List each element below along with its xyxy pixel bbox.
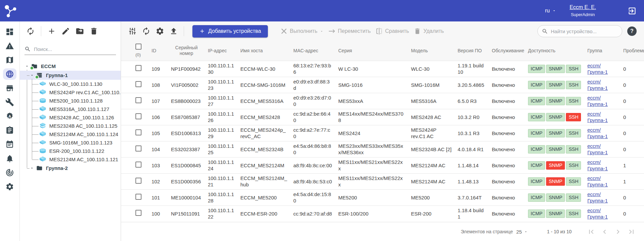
tree-node[interactable]: SMG-1016M_100.110.1.123 bbox=[20, 138, 121, 147]
tree-node[interactable]: ESR-200_100.110.1.122 bbox=[20, 147, 121, 155]
group-link[interactable]: eccm/Группа-1 bbox=[587, 95, 608, 107]
add-devices-button[interactable]: Добавить устройства bbox=[192, 25, 268, 38]
execute-button[interactable]: Выполнить bbox=[280, 27, 324, 35]
stack-icon bbox=[36, 72, 43, 78]
sidebar-item-alerts[interactable] bbox=[3, 40, 16, 52]
cell-serial: ES1D000845 bbox=[167, 157, 204, 173]
refresh-icon[interactable] bbox=[26, 27, 35, 36]
edit-group-icon[interactable] bbox=[61, 27, 70, 36]
group-link[interactable]: eccm/Группа-1 bbox=[587, 143, 608, 156]
row-checkbox[interactable] bbox=[135, 97, 141, 103]
cell-hostname: ECCM_MES2424p_revC_AC bbox=[236, 125, 289, 141]
compare-button[interactable]: Сравнить bbox=[375, 27, 409, 35]
sidebar-item-network[interactable] bbox=[3, 68, 16, 80]
expand-expanded-icon[interactable] bbox=[30, 73, 34, 77]
delete-label: Удалить bbox=[423, 28, 444, 34]
group-link[interactable]: eccm/Группа-1 bbox=[587, 62, 608, 75]
first-page-icon[interactable] bbox=[587, 228, 595, 236]
row-checkbox[interactable] bbox=[135, 210, 141, 216]
table-row: 103ES1D000845100.110.1.124ECCM_MES2124Ma… bbox=[121, 157, 644, 173]
row-checkbox[interactable] bbox=[135, 178, 141, 184]
per-page-select[interactable]: 25 bbox=[516, 229, 528, 235]
tree-node[interactable]: MES2124M AC_100.110.1.124 bbox=[20, 130, 121, 138]
tree-node[interactable]: Группа-2 bbox=[20, 164, 121, 173]
filter-icon[interactable] bbox=[128, 27, 137, 36]
cell-availability: ICMPSNMPSSH bbox=[524, 61, 583, 77]
sidebar-item-tasks[interactable] bbox=[3, 125, 16, 136]
sidebar-item-monitoring[interactable] bbox=[3, 167, 16, 178]
device-search bbox=[537, 25, 622, 37]
tree-node[interactable]: Группа-1 bbox=[20, 71, 121, 80]
language-selector[interactable]: ru bbox=[545, 8, 556, 14]
availability-chips: ICMPSNMPSSH bbox=[528, 193, 581, 202]
last-page-icon[interactable] bbox=[627, 228, 636, 236]
cell-serial: ES87085387 bbox=[167, 109, 204, 125]
cell-fw: 1.1.48.13 bbox=[454, 173, 488, 189]
app-window: ru Eccm E. E. SuperAdmin A ECCMГруппа-1W… bbox=[0, 0, 644, 241]
tree-node[interactable]: ECCM bbox=[20, 62, 121, 71]
app-logo-icon bbox=[3, 4, 17, 18]
help-button[interactable]: ? bbox=[627, 26, 637, 36]
cell-maintenance: Включено bbox=[488, 205, 524, 222]
cell-fw: 1.19.1 build 10 bbox=[454, 61, 488, 77]
device-search-input[interactable] bbox=[551, 28, 618, 34]
user-profile-link[interactable]: Eccm E. E. bbox=[570, 4, 596, 10]
cell-model: ME5200 bbox=[407, 189, 454, 205]
group-link[interactable]: eccm/Группа-1 bbox=[587, 191, 608, 204]
sidebar-item-dashboard[interactable] bbox=[3, 26, 16, 38]
tree-node[interactable]: ME5200_100.110.1.128 bbox=[20, 97, 121, 105]
cell-model: WLC-30 bbox=[407, 61, 454, 77]
tree-search-input[interactable] bbox=[34, 46, 116, 52]
refresh-icon[interactable] bbox=[142, 27, 151, 36]
folder-icon bbox=[31, 63, 38, 69]
group-link[interactable]: eccm/Группа-1 bbox=[587, 111, 608, 123]
availability-chip-snmp: SNMP bbox=[546, 129, 565, 137]
row-checkbox[interactable] bbox=[135, 194, 141, 200]
next-page-icon[interactable] bbox=[614, 228, 622, 236]
add-group-icon[interactable] bbox=[47, 27, 56, 36]
row-checkbox[interactable] bbox=[135, 65, 141, 71]
group-link[interactable]: eccm/Группа-1 bbox=[587, 78, 608, 91]
group-link[interactable]: eccm/Группа-1 bbox=[587, 175, 608, 188]
sidebar-item-security[interactable]: A bbox=[3, 111, 16, 122]
tree-node[interactable]: MES2324B AC_100.110.1.125 bbox=[20, 122, 121, 130]
cell-serial: VI1F005002 bbox=[167, 77, 204, 93]
tree-node[interactable]: MES2124M AC_100.110.1.121 bbox=[20, 155, 121, 164]
sidebar-item-tools[interactable] bbox=[3, 97, 16, 108]
prev-page-icon[interactable] bbox=[600, 228, 609, 236]
delete-button[interactable]: Удалить bbox=[414, 27, 444, 35]
tree-node[interactable]: WLC-30_100.110.1.130 bbox=[20, 80, 121, 88]
row-checkbox[interactable] bbox=[135, 81, 141, 87]
row-checkbox[interactable] bbox=[135, 145, 141, 152]
move-button[interactable]: Переместить bbox=[328, 27, 371, 35]
devices-table: (0)IDСерийный номерIP-адресИмя хостаMAC-… bbox=[121, 41, 644, 222]
select-all-checkbox[interactable] bbox=[135, 44, 141, 50]
tree-node[interactable]: MES2428 AC_100.110.1.126 bbox=[20, 113, 121, 122]
col-select: (0) bbox=[121, 41, 148, 61]
sidebar-item-settings[interactable] bbox=[3, 181, 16, 192]
sidebar-item-notifications[interactable] bbox=[3, 153, 16, 164]
row-checkbox[interactable] bbox=[135, 113, 141, 119]
sidebar-item-schedule[interactable] bbox=[3, 139, 16, 150]
group-link[interactable]: eccm/Группа-1 bbox=[587, 159, 608, 172]
table-settings-icon[interactable] bbox=[156, 27, 164, 36]
sidebar-item-inventory[interactable] bbox=[3, 82, 16, 94]
cell-availability: ICMPSNMPSSH bbox=[524, 77, 583, 93]
group-link[interactable]: eccm/Группа-1 bbox=[587, 127, 608, 139]
sidebar-item-maps[interactable] bbox=[3, 54, 16, 66]
tree-node[interactable]: MES5316A_100.110.1.127 bbox=[20, 105, 121, 113]
expand-expanded-icon[interactable] bbox=[25, 64, 29, 68]
move-to-group-icon[interactable] bbox=[75, 27, 84, 36]
cell-mac: a8:f9:4b:8c:ce:00 bbox=[289, 157, 334, 173]
group-link[interactable]: eccm/Группа-1 bbox=[587, 207, 608, 220]
tree-node[interactable]: MES2424P rev.C1 AC_100.110.1.129 bbox=[20, 88, 121, 97]
per-page-label: Элементов на странице bbox=[461, 229, 513, 234]
export-icon[interactable] bbox=[169, 27, 178, 36]
delete-group-icon[interactable] bbox=[90, 27, 98, 36]
expand-collapsed-icon[interactable] bbox=[30, 166, 34, 170]
row-checkbox[interactable] bbox=[135, 162, 141, 168]
security-icon: A bbox=[5, 112, 14, 121]
table-header-row: (0)IDСерийный номерIP-адресИмя хостаMAC-… bbox=[121, 41, 644, 61]
row-checkbox[interactable] bbox=[135, 129, 141, 135]
logout-icon[interactable] bbox=[628, 6, 637, 15]
